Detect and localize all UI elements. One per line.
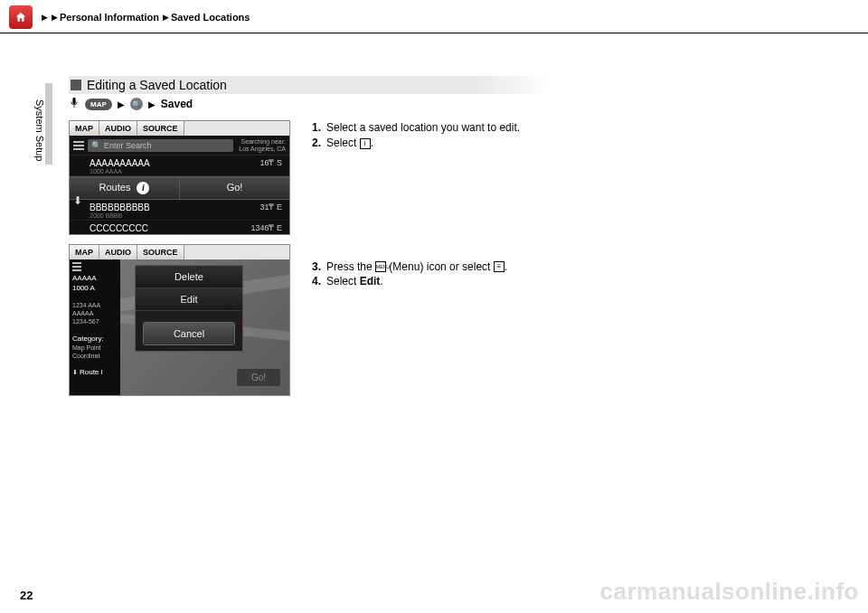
breadcrumb-saved-locations: Saved Locations xyxy=(171,12,250,23)
step-1: 1. Select a saved location you want to e… xyxy=(312,120,529,136)
map-button-label: MAP xyxy=(85,99,112,110)
side-tab-label: System Setup xyxy=(34,99,45,161)
menu-hardkey-icon: MENU xyxy=(375,261,386,272)
side-accent-bar xyxy=(45,83,52,165)
edit-popup: Delete Edit Cancel xyxy=(135,265,243,352)
home-icon[interactable] xyxy=(9,5,33,29)
fig2-tabs: MAP AUDIO SOURCE xyxy=(70,245,289,259)
page-number: 22 xyxy=(20,589,33,602)
action-row: Routes i Go! xyxy=(70,176,289,200)
go-button-disabled: Go! xyxy=(237,369,280,386)
tab-source[interactable]: SOURCE xyxy=(137,245,184,259)
square-bullet-icon xyxy=(71,80,81,90)
page-header: ▶ ▶ Personal Information ▶ Saved Locatio… xyxy=(0,0,868,33)
tab-map[interactable]: MAP xyxy=(70,245,99,259)
tab-source[interactable]: SOURCE xyxy=(137,121,184,136)
list-row-a[interactable]: AAAAAAAAAA1000 AAAA 16₸ S xyxy=(70,156,289,176)
hamburger-icon[interactable] xyxy=(73,141,84,150)
step-3: 3. Press the MENU (Menu) icon or select … xyxy=(312,259,529,275)
instructions: 1. Select a saved location you want to e… xyxy=(312,120,529,405)
svg-rect-0 xyxy=(72,98,75,104)
popup-delete[interactable]: Delete xyxy=(136,266,242,288)
popup-cancel[interactable]: Cancel xyxy=(143,322,235,345)
trail-saved-label: Saved xyxy=(161,98,193,110)
hamburger-icon[interactable] xyxy=(72,262,81,271)
search-placeholder: Enter Search xyxy=(104,141,152,150)
list-icon: ≡ xyxy=(494,261,505,272)
figure-edit-popup: MAP AUDIO SOURCE AAAAA 1000 A 1234 AAA A… xyxy=(69,244,290,396)
breadcrumb-personal-info: Personal Information xyxy=(60,12,159,23)
chevron-right-icon: ▶ xyxy=(148,99,156,109)
chevron-right-icon: ▶ xyxy=(163,13,169,22)
tab-map[interactable]: MAP xyxy=(70,121,99,136)
chevron-right-icon: ▶ xyxy=(42,13,48,22)
list-row-c[interactable]: CCCCCCCCC 1346₸ E xyxy=(70,221,289,234)
chevron-right-icon: ▶ xyxy=(118,99,125,109)
step-4: 4. Select Edit. xyxy=(312,274,529,289)
info-square-icon: i xyxy=(360,138,371,149)
section-title: Editing a Saved Location xyxy=(87,78,227,92)
detail-panel: AAAAA 1000 A 1234 AAA AAAAA 1234-567 Cat… xyxy=(70,259,120,395)
info-icon[interactable]: i xyxy=(137,182,149,194)
content-area: Editing a Saved Location MAP ▶ 🔍 ▶ Saved… xyxy=(69,76,796,405)
popup-edit[interactable]: Edit xyxy=(136,288,242,311)
fig1-tabs: MAP AUDIO SOURCE xyxy=(70,121,289,136)
search-circle-icon: 🔍 xyxy=(130,98,143,110)
list-row-b[interactable]: BBBBBBBBBB2000 BBBB 31₸ E xyxy=(70,200,289,221)
search-input[interactable]: 🔍 Enter Search xyxy=(88,139,233,152)
watermark: carmanualsonline.info xyxy=(600,578,859,606)
magnify-icon: 🔍 xyxy=(91,141,101,150)
searching-near: Searching near: Los Angeles, CA xyxy=(233,138,286,152)
voice-icon xyxy=(69,97,80,111)
nav-trail: MAP ▶ 🔍 ▶ Saved xyxy=(69,97,796,111)
step-2: 2. Select i. xyxy=(312,136,529,151)
scroll-down-icon[interactable]: ⬇ xyxy=(73,194,82,207)
chevron-right-icon: ▶ xyxy=(52,13,58,22)
tab-audio[interactable]: AUDIO xyxy=(99,121,137,136)
figure-search-list: MAP AUDIO SOURCE 🔍 Enter Search Searchin… xyxy=(69,120,290,235)
go-button[interactable]: Go! xyxy=(180,177,289,199)
tab-audio[interactable]: AUDIO xyxy=(99,245,137,259)
routes-button[interactable]: Routes i xyxy=(70,177,180,199)
section-header: Editing a Saved Location xyxy=(69,76,548,94)
